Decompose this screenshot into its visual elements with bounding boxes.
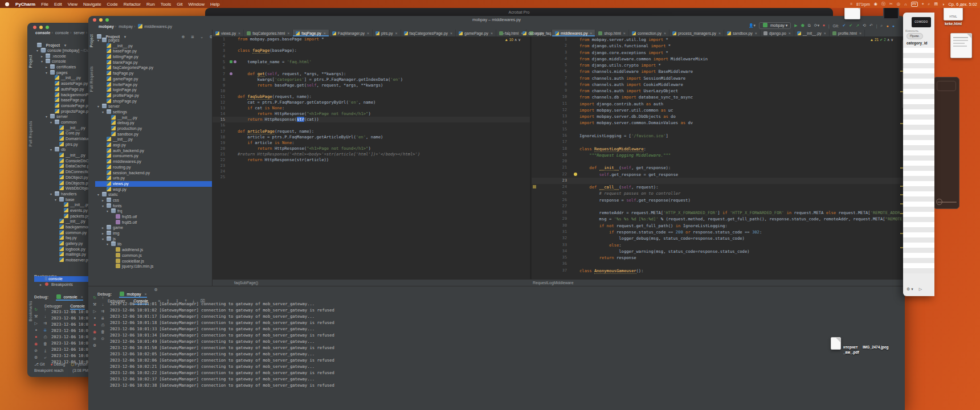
code-line[interactable]: 4from django.middleware.common import Mi… bbox=[532, 56, 905, 62]
expand-arrow-icon[interactable] bbox=[55, 159, 59, 164]
code-line[interactable]: 15 return HttpResponse(str(cat)) bbox=[213, 117, 530, 122]
pin-icon[interactable]: ⊙ bbox=[101, 337, 105, 341]
expand-arrow-icon[interactable] bbox=[111, 264, 115, 269]
tree-item[interactable]: ▾fonts bbox=[95, 203, 212, 209]
keyboard-layout[interactable]: РУ bbox=[911, 2, 918, 7]
tree-item[interactable]: urls.py bbox=[95, 175, 212, 181]
sheet-row[interactable] bbox=[903, 166, 934, 171]
editor-tab-debug.py[interactable]: debug.py× bbox=[520, 30, 552, 36]
git-widget[interactable]: Git bbox=[40, 362, 45, 366]
code-line[interactable]: 1from mobpay.pages.basePage import * bbox=[213, 36, 530, 42]
code-line[interactable]: 24 bbox=[213, 169, 530, 174]
expand-arrow-icon[interactable]: ▾ bbox=[102, 110, 106, 115]
editor-tab-shop.html[interactable]: shop.html× bbox=[595, 30, 629, 36]
bookmark-icon[interactable] bbox=[230, 72, 232, 75]
code-line[interactable]: 26 response = self.get_response(request) bbox=[532, 197, 905, 203]
code-line[interactable]: 4 bbox=[213, 54, 530, 59]
profile-button[interactable]: ⧉ bbox=[808, 23, 811, 28]
code-line[interactable]: 18 article = ptrs.P.FaqManager.getArticl… bbox=[213, 134, 530, 140]
tree-item[interactable]: frq55.otf bbox=[95, 214, 212, 220]
code-line[interactable]: 2 bbox=[213, 42, 530, 48]
tree-item[interactable]: sandbox.py bbox=[95, 132, 212, 137]
vpn-icon[interactable]: Ⓥ bbox=[881, 1, 885, 7]
menu-item-help[interactable]: Help bbox=[210, 2, 219, 7]
editor-tab-ptrs.py[interactable]: ptrs.py× bbox=[373, 30, 401, 36]
close-icon[interactable]: × bbox=[81, 295, 83, 299]
rerun-icon[interactable]: ↻ bbox=[93, 296, 96, 300]
sheet-row[interactable] bbox=[903, 248, 934, 253]
sheet-row[interactable] bbox=[903, 232, 934, 237]
sheet-rows[interactable] bbox=[903, 48, 934, 276]
tool-strip-pull-requests[interactable]: Pull Requests bbox=[89, 66, 93, 92]
run-button[interactable]: ▶ bbox=[794, 23, 797, 28]
expand-arrow-icon[interactable] bbox=[107, 116, 111, 121]
editor-tab-faqCategoriesPage.py[interactable]: faqCategoriesPage.py× bbox=[401, 30, 456, 36]
code-line[interactable]: 33 else: bbox=[532, 242, 905, 248]
expand-arrow-icon[interactable] bbox=[102, 182, 106, 187]
sheet-row[interactable] bbox=[903, 202, 934, 207]
tree-item[interactable]: ▸css bbox=[95, 198, 212, 203]
sheet-row[interactable] bbox=[903, 217, 934, 222]
debug-button[interactable]: ⬟ bbox=[801, 23, 805, 28]
sheet-row[interactable] bbox=[903, 104, 934, 109]
code-line[interactable]: 20 bbox=[532, 158, 905, 165]
expand-arrow-icon[interactable] bbox=[102, 65, 106, 71]
code-line[interactable]: 22 self.get_response = get_response bbox=[532, 171, 905, 178]
sheet-row[interactable] bbox=[903, 84, 934, 89]
git-update-icon[interactable]: ✔ bbox=[842, 23, 846, 28]
expand-arrow-icon[interactable] bbox=[102, 154, 106, 159]
headphones-icon[interactable]: ∩ bbox=[904, 2, 907, 6]
sheet-row[interactable] bbox=[903, 237, 934, 243]
tree-item[interactable]: faqCategoriesPage.py bbox=[95, 65, 212, 71]
editor-tab-middlewares.py[interactable]: middlewares.py× bbox=[552, 30, 595, 36]
sheet-row[interactable] bbox=[903, 268, 934, 273]
record-icon[interactable]: ◎ bbox=[897, 2, 900, 6]
expand-arrow-icon[interactable] bbox=[111, 253, 115, 259]
sheet-row[interactable] bbox=[903, 73, 934, 79]
editor1-breadcrumb[interactable]: faqSubPage() bbox=[234, 281, 258, 285]
expand-arrow-icon[interactable] bbox=[50, 87, 54, 92]
stop-icon[interactable]: ⏹ bbox=[35, 335, 37, 339]
step-up-icon[interactable]: ↑ bbox=[44, 308, 47, 312]
code-line[interactable]: 25 # request passes on to controller bbox=[532, 190, 905, 196]
tree-item[interactable]: cookieBar.js bbox=[95, 259, 212, 264]
sheet-row[interactable] bbox=[903, 48, 934, 53]
expand-arrow-icon[interactable] bbox=[102, 44, 106, 49]
close-icon[interactable]: × bbox=[546, 31, 549, 35]
close-icon[interactable]: × bbox=[859, 31, 861, 35]
code-line[interactable]: 34 logger_warning(msg, status_code=respo… bbox=[532, 248, 905, 255]
menu-item-pycharm[interactable]: PyCharm bbox=[15, 2, 35, 7]
debug-widget[interactable]: Debug bbox=[54, 362, 65, 366]
close-icon[interactable]: × bbox=[590, 31, 592, 35]
sheet-tab-label[interactable]: Консоль bbox=[905, 29, 918, 32]
code-line[interactable]: 21 def __init__(self, get_response): bbox=[532, 165, 905, 171]
sheet-row[interactable] bbox=[903, 68, 934, 73]
code-line[interactable]: 31 if response.status_code == 200 or res… bbox=[532, 229, 905, 235]
tree-item[interactable]: middlewares.py bbox=[95, 159, 212, 165]
tree-item[interactable]: __init__.py bbox=[95, 137, 212, 142]
tree-item[interactable]: auth_backend.py bbox=[95, 148, 212, 154]
mute-breakpoints-icon[interactable]: ⊘ bbox=[34, 348, 38, 353]
expand-arrow-icon[interactable] bbox=[55, 186, 59, 191]
tree-item[interactable]: __init__.py bbox=[95, 43, 212, 49]
tree-item[interactable]: ▾js bbox=[95, 236, 212, 242]
menu-item-window[interactable]: Window bbox=[189, 2, 205, 7]
editor-middlewares[interactable]: ▲ 21 ✔ 2 ∧ ∨ 1from mobpay.server.util.lo… bbox=[532, 36, 905, 279]
sheet-row[interactable] bbox=[903, 79, 934, 84]
vcs-change-icon[interactable] bbox=[230, 60, 232, 63]
sheet-row[interactable] bbox=[903, 207, 934, 212]
tree-item[interactable]: production.py bbox=[95, 126, 212, 132]
sheet-row[interactable] bbox=[903, 171, 934, 176]
tree-item[interactable]: faqPage.py bbox=[95, 71, 212, 76]
tree-item[interactable]: invitePage.py bbox=[95, 82, 212, 88]
editor-tab-gamePage.py[interactable]: gamePage.py× bbox=[456, 30, 496, 36]
expand-arrow-icon[interactable] bbox=[55, 258, 59, 263]
file-label-img[interactable]: IMG_2474.jpeg bbox=[863, 345, 889, 349]
code-line[interactable]: 35 return response bbox=[532, 255, 905, 261]
editor-tab-FaqManager.py[interactable]: FaqManager.py× bbox=[329, 30, 373, 36]
tree-item[interactable]: ▾server bbox=[95, 104, 212, 109]
control-center-icon[interactable]: ◑ bbox=[942, 2, 944, 6]
minimize-button[interactable] bbox=[39, 26, 43, 29]
expand-arrow-icon[interactable]: ▾ bbox=[46, 71, 50, 76]
expand-arrow-icon[interactable] bbox=[102, 71, 106, 76]
